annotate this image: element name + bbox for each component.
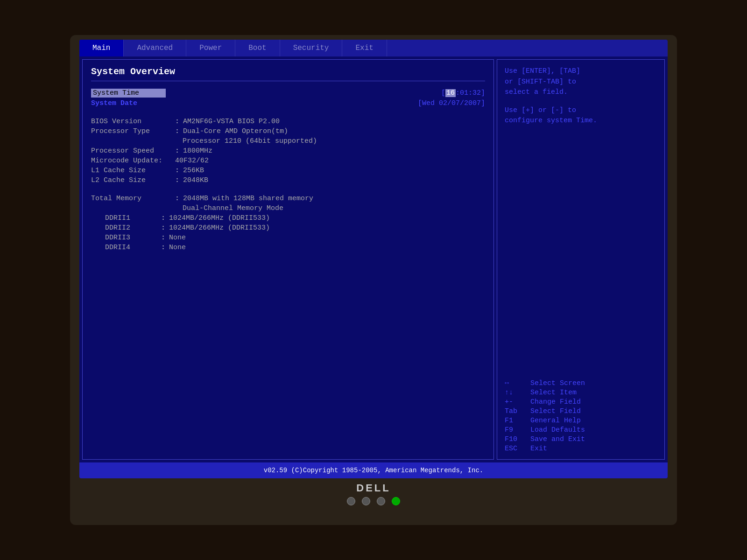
key-sym-f10: F10 <box>505 435 530 443</box>
monitor-bottom: DELL <box>75 478 672 507</box>
key-select-item: ↑↓ Select Item <box>505 389 657 397</box>
total-memory-colon: : <box>175 195 179 203</box>
processor-type-label: Processor Type <box>91 127 175 135</box>
time-hour: 16 <box>445 89 456 97</box>
processor-type-cont: Processor 1210 (64bit supported) <box>183 137 485 145</box>
microcode-value: 40F32/62 <box>175 157 209 165</box>
help-line1: Use [ENTER], [TAB] <box>505 66 657 77</box>
tab-security-label: Security <box>293 44 329 52</box>
key-desc-exit: Exit <box>530 445 547 453</box>
tab-main[interactable]: Main <box>79 40 124 56</box>
key-sym-f9: F9 <box>505 426 530 434</box>
monitor-btn-1[interactable] <box>347 497 355 505</box>
l2-cache-row: L2 Cache Size : 2048KB <box>91 176 485 184</box>
processor-type-colon: : <box>175 127 179 135</box>
system-time-value[interactable]: [16:01:32] <box>441 89 485 97</box>
ddrii1-value: 1024MB/266MHz (DDRII533) <box>169 214 270 222</box>
key-exit: ESC Exit <box>505 445 657 453</box>
processor-speed-value: 1800MHz <box>183 147 212 155</box>
l1-cache-value: 256KB <box>183 167 204 175</box>
right-panel: Use [ENTER], [TAB] or [SHIFT-TAB] to sel… <box>497 59 665 460</box>
key-select-screen: ↔ Select Screen <box>505 379 657 387</box>
key-sym-arrows-lr: ↔ <box>505 379 530 387</box>
help-line3: select a field. <box>505 87 657 98</box>
help-text-block: Use [ENTER], [TAB] or [SHIFT-TAB] to sel… <box>505 66 657 126</box>
key-save-exit: F10 Save and Exit <box>505 435 657 443</box>
memory-mode: Dual-Channel Memory Mode <box>183 204 485 212</box>
key-sym-arrows-ud: ↑↓ <box>505 389 530 397</box>
bios-screen: Main Advanced Power Boot Security Exit <box>79 40 668 478</box>
tab-power[interactable]: Power <box>186 40 235 56</box>
monitor-power-btn[interactable] <box>392 497 400 505</box>
monitor-btn-2[interactable] <box>362 497 370 505</box>
bios-version-colon: : <box>175 118 179 126</box>
tab-boot[interactable]: Boot <box>235 40 280 56</box>
ddrii4-value: None <box>169 244 186 252</box>
l2-cache-value: 2048KB <box>183 176 208 184</box>
monitor-btn-3[interactable] <box>377 497 385 505</box>
l2-cache-colon: : <box>175 176 179 184</box>
key-change-field: +- Change Field <box>505 398 657 406</box>
ddrii4-row: DDRII4 : None <box>105 244 485 252</box>
key-desc-load-defaults: Load Defaults <box>530 426 585 434</box>
key-desc-save-exit: Save and Exit <box>530 435 585 443</box>
key-desc-change-field: Change Field <box>530 398 581 406</box>
ddrii2-label: DDRII2 <box>105 224 161 232</box>
bios-content: System Overview System Time [16:01:32] S… <box>79 56 668 462</box>
tab-boot-label: Boot <box>248 44 266 52</box>
ddrii2-row: DDRII2 : 1024MB/266MHz (DDRII533) <box>105 224 485 232</box>
ddrii3-value: None <box>169 234 186 242</box>
l1-cache-label: L1 Cache Size <box>91 167 175 175</box>
l2-cache-label: L2 Cache Size <box>91 176 175 184</box>
processor-speed-colon: : <box>175 147 179 155</box>
ddrii1-row: DDRII1 : 1024MB/266MHz (DDRII533) <box>105 214 485 222</box>
key-sym-esc: ESC <box>505 445 530 453</box>
key-sym-tab: Tab <box>505 407 530 415</box>
ddrii2-value: 1024MB/266MHz (DDRII533) <box>169 224 270 232</box>
processor-type-value: Dual-Core AMD Opteron(tm) <box>183 127 288 135</box>
bios-version-value: AM2NF6G-VSTA BIOS P2.00 <box>183 118 280 126</box>
footer-text: v02.59 (C)Copyright 1985-2005, American … <box>264 467 483 474</box>
divider <box>91 81 485 81</box>
total-memory-value: 2048MB with 128MB shared memory <box>183 195 313 203</box>
screen-bezel: Main Advanced Power Boot Security Exit <box>79 40 668 478</box>
system-time-row: System Time [16:01:32] <box>91 89 485 98</box>
key-select-field: Tab Select Field <box>505 407 657 415</box>
total-memory-row: Total Memory : 2048MB with 128MB shared … <box>91 195 485 203</box>
ddrii3-label: DDRII3 <box>105 234 161 242</box>
system-date-row: System Date [Wed 02/07/2007] <box>91 99 485 107</box>
tab-exit[interactable]: Exit <box>342 40 387 56</box>
tab-advanced[interactable]: Advanced <box>124 40 186 56</box>
footer-bar: v02.59 (C)Copyright 1985-2005, American … <box>79 462 668 478</box>
system-date-value[interactable]: [Wed 02/07/2007] <box>418 99 485 107</box>
key-desc-general-help: General Help <box>530 417 581 425</box>
tab-advanced-label: Advanced <box>137 44 173 52</box>
monitor: Main Advanced Power Boot Security Exit <box>70 35 677 525</box>
l1-cache-row: L1 Cache Size : 256KB <box>91 167 485 175</box>
bios-version-row: BIOS Version : AM2NF6G-VSTA BIOS P2.00 <box>91 118 485 126</box>
system-date-label: System Date <box>91 99 166 107</box>
key-load-defaults: F9 Load Defaults <box>505 426 657 434</box>
l1-cache-colon: : <box>175 167 179 175</box>
tab-security[interactable]: Security <box>280 40 343 56</box>
tab-main-label: Main <box>92 44 110 52</box>
ddrii3-row: DDRII3 : None <box>105 234 485 242</box>
processor-type-row: Processor Type : Dual-Core AMD Opteron(t… <box>91 127 485 135</box>
ddrii4-label: DDRII4 <box>105 244 161 252</box>
help-line6: configure system Time. <box>505 116 657 126</box>
left-panel: System Overview System Time [16:01:32] S… <box>82 59 494 460</box>
microcode-label: Microcode Update: <box>91 157 175 165</box>
panel-title: System Overview <box>91 66 485 77</box>
processor-speed-row: Processor Speed : 1800MHz <box>91 147 485 155</box>
key-desc-select-screen: Select Screen <box>530 379 585 387</box>
system-time-label: System Time <box>91 89 166 98</box>
total-memory-label: Total Memory <box>91 195 175 203</box>
key-general-help: F1 General Help <box>505 417 657 425</box>
monitor-buttons <box>347 497 400 505</box>
monitor-brand: DELL <box>356 482 390 494</box>
key-sym-f1: F1 <box>505 417 530 425</box>
key-desc-select-field: Select Field <box>530 407 581 415</box>
key-bindings: ↔ Select Screen ↑↓ Select Item +- Change… <box>505 379 657 453</box>
help-line5: Use [+] or [-] to <box>505 105 657 116</box>
help-line2: or [SHIFT-TAB] to <box>505 77 657 88</box>
